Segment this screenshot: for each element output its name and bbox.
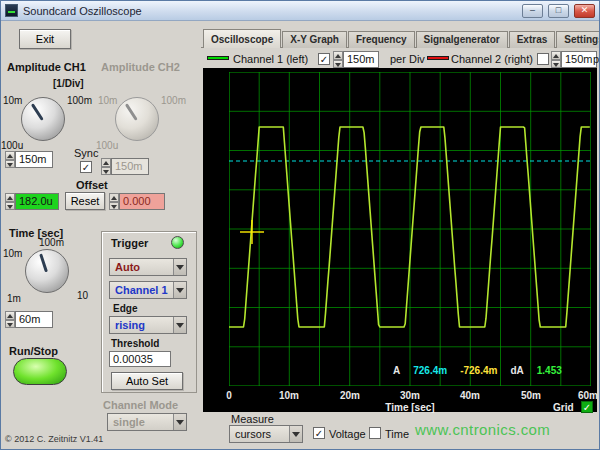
amplitude-ch2-spinner[interactable]: 150m	[101, 158, 149, 175]
time-scale-1m: 1m	[7, 293, 21, 304]
chevron-down-icon[interactable]	[289, 426, 302, 442]
amplitude-ch1-knob[interactable]	[21, 97, 65, 141]
voltage-checkbox[interactable]	[313, 427, 325, 439]
spin-up-icon[interactable]	[551, 51, 561, 60]
offset-ch1-spinner[interactable]: 182.0u	[5, 193, 59, 210]
spin-down-icon[interactable]	[5, 202, 15, 211]
channel2-color-swatch	[427, 56, 449, 60]
trigger-edge-value[interactable]: rising	[110, 317, 173, 333]
time-value[interactable]: 60m	[15, 311, 53, 328]
spinner-arrows[interactable]	[333, 51, 343, 68]
grid-checkbox[interactable]	[581, 401, 593, 413]
offset-ch1-value[interactable]: 182.0u	[15, 193, 59, 210]
trigger-edge-dropdown[interactable]: rising	[109, 316, 187, 334]
cursor-a-label: A	[393, 365, 400, 376]
trigger-mode-dropdown[interactable]: Auto	[109, 258, 187, 276]
spin-down-icon[interactable]	[109, 202, 119, 211]
ch1-scale-100u: 100u	[1, 140, 23, 151]
channel1-scale-value[interactable]: 150m	[343, 51, 379, 68]
chevron-down-icon[interactable]	[173, 282, 186, 298]
time-checkbox[interactable]	[369, 427, 381, 439]
spin-down-icon[interactable]	[551, 60, 561, 69]
maximize-button[interactable]	[548, 4, 569, 18]
tab-signalgenerator[interactable]: Signalgenerator	[416, 31, 508, 48]
minimize-button[interactable]	[522, 4, 543, 18]
channel2-scale-value[interactable]: 150m	[561, 51, 597, 68]
cursor-a-value: 726.4m	[413, 365, 447, 376]
trigger-led	[171, 236, 184, 249]
ch2-scale-100m: 100m	[161, 95, 186, 106]
spin-down-icon[interactable]	[333, 60, 343, 69]
offset-ch2-spinner[interactable]: 0.000	[109, 193, 165, 210]
grid-label: Grid	[553, 402, 574, 413]
amplitude-ch2-knob[interactable]	[115, 97, 159, 141]
spinner-arrows[interactable]	[5, 151, 15, 168]
chevron-down-icon[interactable]	[173, 414, 186, 430]
time-spinner[interactable]: 60m	[5, 311, 53, 328]
spin-up-icon[interactable]	[5, 151, 15, 160]
tab-frequency[interactable]: Frequency	[348, 31, 415, 48]
channel1-scale-spinner[interactable]: 150m	[333, 51, 379, 68]
watermark: www.cntronics.com	[415, 421, 550, 438]
time-scale-10m: 10m	[3, 248, 22, 259]
measure-mode-dropdown[interactable]: cursors	[229, 425, 303, 443]
chevron-down-icon[interactable]	[173, 259, 186, 275]
trigger-source-dropdown[interactable]: Channel 1	[109, 281, 187, 299]
spin-down-icon[interactable]	[5, 320, 15, 329]
offset-label: Offset	[76, 179, 108, 191]
sync-checkbox[interactable]	[80, 161, 92, 173]
ch2-scale-10m: 10m	[98, 95, 117, 106]
x-tick: 30m	[400, 390, 420, 401]
ch1-scale-10m: 10m	[3, 95, 22, 106]
run-stop-button[interactable]	[13, 358, 67, 385]
close-button[interactable]	[574, 4, 595, 18]
spin-up-icon[interactable]	[5, 193, 15, 202]
channel2-per-div-label: per Div	[593, 53, 600, 65]
channel1-enable-checkbox[interactable]	[318, 53, 330, 65]
trigger-mode-value[interactable]: Auto	[110, 259, 173, 275]
x-tick: 0	[226, 390, 232, 401]
channel2-scale-spinner[interactable]: 150m	[551, 51, 597, 68]
spin-up-icon[interactable]	[5, 311, 15, 320]
app-window: Soundcard Oszilloscope Exit Amplitude CH…	[0, 0, 600, 450]
channel1-color-swatch	[207, 56, 229, 60]
time-knob[interactable]	[25, 249, 69, 293]
spin-up-icon[interactable]	[333, 51, 343, 60]
tab-oscilloscope[interactable]: Oscilloscope	[203, 29, 281, 48]
amplitude-ch1-title: Amplitude CH1	[7, 61, 86, 73]
spinner-arrows[interactable]	[5, 311, 15, 328]
spinner-arrows[interactable]	[551, 51, 561, 68]
amplitude-ch2-value[interactable]: 150m	[111, 158, 149, 175]
trigger-source-value[interactable]: Channel 1	[110, 282, 173, 298]
spinner-arrows[interactable]	[5, 193, 15, 210]
spin-up-icon[interactable]	[101, 158, 111, 167]
channel2-enable-checkbox[interactable]	[537, 53, 549, 65]
channel-mode-dropdown[interactable]: single	[107, 413, 187, 431]
run-stop-label: Run/Stop	[9, 345, 58, 357]
cursor-da-value: 1.453	[537, 365, 562, 376]
spin-down-icon[interactable]	[5, 160, 15, 169]
measure-mode-value[interactable]: cursors	[230, 426, 289, 442]
offset-reset-button[interactable]: Reset	[65, 192, 105, 210]
tab-xy-graph[interactable]: X-Y Graph	[282, 31, 347, 48]
tab-extras[interactable]: Extras	[509, 31, 556, 48]
spin-up-icon[interactable]	[109, 193, 119, 202]
spinner-arrows[interactable]	[109, 193, 119, 210]
x-axis-title: Time [sec]	[229, 402, 591, 413]
knob-needle	[31, 103, 44, 121]
spinner-arrows[interactable]	[101, 158, 111, 175]
amplitude-ch1-spinner[interactable]: 150m	[5, 151, 53, 168]
trigger-title: Trigger	[111, 237, 148, 249]
offset-ch2-value[interactable]: 0.000	[119, 193, 165, 210]
cursor-b-value: -726.4m	[460, 365, 497, 376]
tab-settings[interactable]: Settings	[556, 31, 600, 48]
chevron-down-icon[interactable]	[173, 317, 186, 333]
channel-mode-value[interactable]: single	[108, 414, 173, 430]
exit-button[interactable]: Exit	[19, 29, 71, 49]
spin-down-icon[interactable]	[101, 167, 111, 176]
scope-plot[interactable]	[229, 72, 591, 386]
threshold-input[interactable]: 0.00035	[109, 351, 171, 367]
amplitude-ch1-value[interactable]: 150m	[15, 151, 53, 168]
x-tick: 10m	[279, 390, 299, 401]
auto-set-button[interactable]: Auto Set	[111, 372, 183, 390]
